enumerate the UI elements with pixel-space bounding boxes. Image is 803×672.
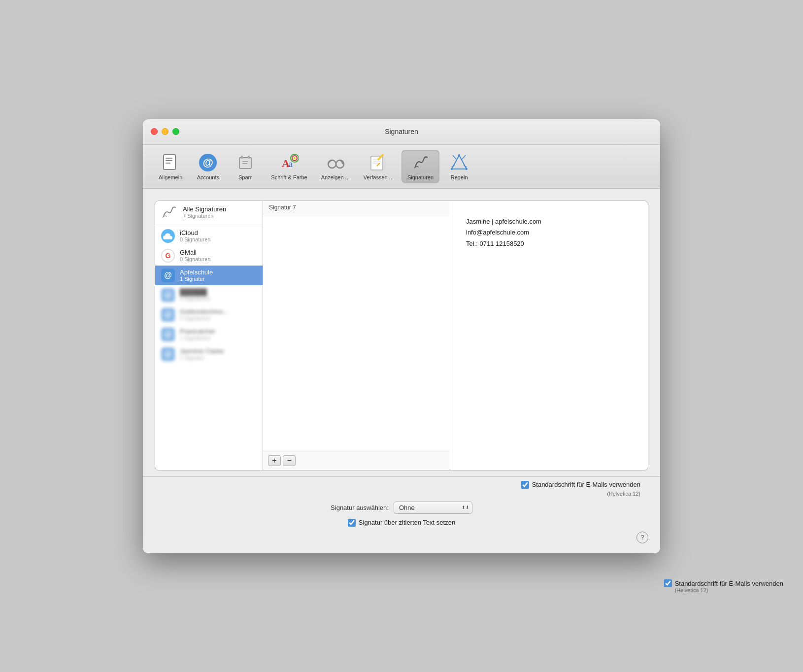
toolbar-label-accounts: Accounts <box>197 174 219 180</box>
toolbar-item-regeln[interactable]: Regeln <box>441 150 477 183</box>
help-button[interactable]: ? <box>636 532 648 543</box>
account-name-blurred4: Jasmine Clarke <box>180 347 224 355</box>
toolbar-item-anzeigen[interactable]: Anzeigen ... <box>315 150 356 183</box>
account-name-blurred2: Goldundschmo... <box>180 308 228 315</box>
toolbar-item-allgemein[interactable]: Allgemein <box>153 150 188 183</box>
account-sub-all: 7 Signaturen <box>183 213 226 219</box>
toolbar-label-schrift: Schrift & Farbe <box>271 174 307 180</box>
account-info-gmail: GMail 0 Signaturen <box>180 249 210 262</box>
toolbar-label-allgemein: Allgemein <box>159 174 182 180</box>
signature-7-item[interactable]: Signatur 7 <box>263 201 450 214</box>
compose-icon <box>368 153 388 172</box>
glasses-icon <box>326 153 345 172</box>
signatur-select-row: Signatur auswählen: Ohne <box>331 502 472 514</box>
signature-preview: Jasmine | apfelschule.com info@apfelschu… <box>458 209 640 257</box>
toolbar-label-signaturen: Signaturen <box>407 174 434 180</box>
account-sub-blurred4: 1 Signatur <box>180 355 224 361</box>
svg-rect-4 <box>239 158 251 168</box>
main-section: Alle Signaturen 7 Signaturen <box>143 189 660 476</box>
accounts-panel: Alle Signaturen 7 Signaturen <box>155 201 263 470</box>
maximize-button[interactable] <box>172 128 179 135</box>
toolbar-item-schrift[interactable]: A a Schrift & Farbe <box>265 150 313 183</box>
account-name-all: Alle Signaturen <box>183 205 226 213</box>
account-info-apfelschule: Apfelschule 1 Signatur <box>180 269 213 282</box>
help-row: ? <box>153 532 650 543</box>
svg-rect-1 <box>166 158 172 159</box>
content-area: Alle Signaturen 7 Signaturen <box>143 189 660 553</box>
toolbar-label-anzeigen: Anzeigen ... <box>321 174 350 180</box>
account-item-blurred4[interactable]: @ Jasmine Clarke 1 Signatur <box>155 344 263 364</box>
quoted-text-checkbox[interactable] <box>348 519 356 527</box>
svg-rect-3 <box>166 163 170 164</box>
account-sub-blurred3: 1 Signaturen <box>180 335 215 341</box>
account-item-all[interactable]: Alle Signaturen 7 Signaturen <box>155 201 263 224</box>
toolbar: Allgemein @ Accounts Spam <box>143 145 660 189</box>
main-window: Signaturen Allgemein @ Accounts <box>143 119 660 553</box>
account-sub-icloud: 0 Signaturen <box>180 236 210 242</box>
blurred1-icon: @ <box>161 288 175 302</box>
standardfont-checkbox-row-bottom: Standardschrift für E-Mails verwenden <box>521 481 640 489</box>
toolbar-item-accounts[interactable]: @ Accounts <box>190 150 226 183</box>
account-sub-blurred2: 0 Signaturen <box>180 315 228 321</box>
account-name-icloud: iCloud <box>180 229 210 236</box>
gmail-icon: G <box>161 249 175 263</box>
remove-signature-button[interactable]: − <box>283 455 296 466</box>
account-sub-apfelschule: 1 Signatur <box>180 276 213 282</box>
account-item-blurred3[interactable]: @ Praxicatcher 1 Signaturen <box>155 325 263 344</box>
account-item-blurred2[interactable]: @ Goldundschmo... 0 Signaturen <box>155 305 263 325</box>
toolbar-item-verfassen[interactable]: Verfassen ... <box>358 150 400 183</box>
signature-actions: + − <box>263 451 450 470</box>
account-info-blurred3: Praxicatcher 1 Signaturen <box>180 328 215 341</box>
separator-1 <box>155 225 263 225</box>
toolbar-label-spam: Spam <box>238 174 253 180</box>
signature-list: Signatur 7 <box>263 201 450 451</box>
svg-line-26 <box>453 155 456 159</box>
svg-rect-7 <box>248 156 250 159</box>
svg-point-32 <box>451 168 453 170</box>
titlebar: Signaturen <box>143 119 660 145</box>
toolbar-label-verfassen: Verfassen ... <box>364 174 394 180</box>
account-item-gmail[interactable]: G GMail 0 Signaturen <box>155 246 263 266</box>
svg-point-30 <box>458 154 460 156</box>
account-info-blurred4: Jasmine Clarke 1 Signatur <box>180 347 224 361</box>
blurred4-icon: @ <box>161 347 175 361</box>
svg-rect-0 <box>164 155 175 169</box>
standardfont-checkbox-bottom[interactable] <box>521 481 529 489</box>
add-signature-button[interactable]: + <box>268 455 281 466</box>
icloud-icon <box>161 229 175 243</box>
standardfont-sub-bottom: (Helvetica 12) <box>607 491 640 497</box>
minimize-button[interactable] <box>162 128 168 135</box>
account-info-all: Alle Signaturen 7 Signaturen <box>183 205 226 219</box>
svg-rect-2 <box>166 160 172 161</box>
account-info-icloud: iCloud 0 Signaturen <box>180 229 210 242</box>
account-item-blurred1[interactable]: @ ██████ 0 Signaturen <box>155 285 263 305</box>
signature-icon <box>411 153 431 172</box>
toolbar-label-regeln: Regeln <box>451 174 468 180</box>
account-item-apfelschule[interactable]: @ Apfelschule 1 Signatur <box>155 266 263 285</box>
account-name-blurred3: Praxicatcher <box>180 328 215 335</box>
account-name-apfelschule: Apfelschule <box>180 269 213 276</box>
signature-preview-panel: Jasmine | apfelschule.com info@apfelschu… <box>450 201 648 470</box>
svg-point-14 <box>294 157 296 159</box>
account-info-blurred1: ██████ 0 Signaturen <box>180 288 210 302</box>
account-info-blurred2: Goldundschmo... 0 Signaturen <box>180 308 228 321</box>
main-panels: Alle Signaturen 7 Signaturen <box>149 195 654 470</box>
blurred3-icon: @ <box>161 328 175 341</box>
signatur-select-label: Signatur auswählen: <box>331 504 389 511</box>
svg-point-31 <box>466 168 468 170</box>
toolbar-item-spam[interactable]: Spam <box>228 150 263 183</box>
account-item-icloud[interactable]: iCloud 0 Signaturen <box>155 226 263 246</box>
signatur-select[interactable]: Ohne <box>394 502 472 514</box>
spam-icon <box>235 153 255 172</box>
accounts-icon: @ <box>198 153 218 172</box>
svg-rect-6 <box>241 156 243 159</box>
font-icon: A a <box>279 153 299 172</box>
preview-line2: info@apfelschule.com <box>466 228 632 238</box>
close-button[interactable] <box>151 128 158 135</box>
quoted-text-label: Signatur über zitierten Text setzen <box>359 519 455 526</box>
all-signatures-avatar <box>161 204 178 221</box>
account-sub-blurred1: 0 Signaturen <box>180 296 210 302</box>
account-name-blurred1: ██████ <box>180 288 210 296</box>
toolbar-item-signaturen[interactable]: Signaturen <box>402 150 439 183</box>
svg-marker-25 <box>452 155 467 169</box>
